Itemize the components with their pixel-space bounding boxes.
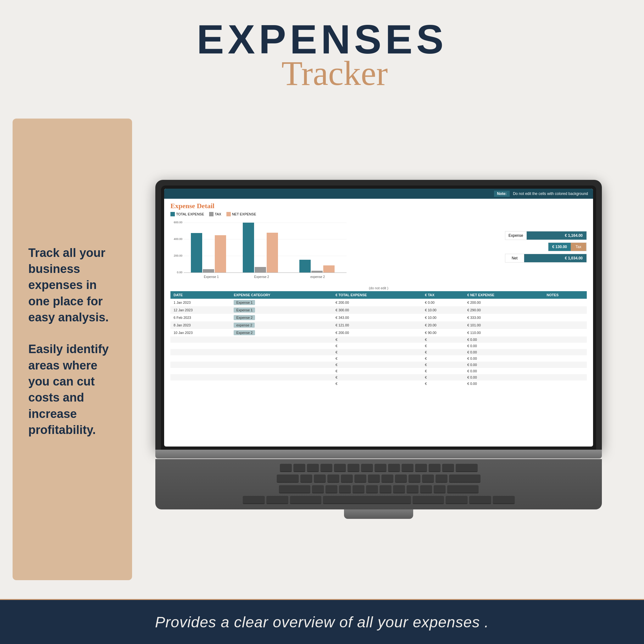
- key: [436, 475, 447, 483]
- table-row: € € € 0.00: [170, 343, 587, 349]
- svg-text:600.00: 600.00: [174, 221, 182, 224]
- cell-total: €: [332, 355, 422, 362]
- category-badge: expense 2: [234, 323, 255, 328]
- table-row: 1 Jan 2023 Expense 1 € 200.00 € 0.00 € 2…: [170, 299, 587, 306]
- key: [429, 464, 441, 472]
- svg-rect-11: [243, 223, 254, 273]
- chart-svg: 600.00 400.00 200.00 0.00: [170, 219, 499, 282]
- key: [314, 475, 326, 483]
- summary-net-label: Net: [505, 254, 524, 262]
- key: [388, 464, 400, 472]
- laptop-stand: [344, 509, 413, 519]
- summary-tax-value: € 130.00: [548, 243, 571, 251]
- cell-category: expense 2: [230, 321, 332, 329]
- cell-category: [230, 336, 332, 343]
- cell-notes: [543, 349, 587, 355]
- keyboard-row-3: [160, 485, 597, 493]
- cell-net: € 110.00: [464, 329, 543, 336]
- category-badge: Expense 1: [234, 308, 255, 313]
- cell-net: € 200.00: [464, 299, 543, 306]
- legend-tax: TAX: [209, 212, 221, 216]
- svg-text:200.00: 200.00: [174, 254, 182, 257]
- key: [446, 496, 468, 504]
- laptop: Note: Do not edit the cells with colored…: [155, 180, 602, 519]
- table-row: € € € 0.00: [170, 336, 587, 343]
- legend-color-tax: [209, 212, 214, 216]
- table-row: € € € 0.00: [170, 368, 587, 374]
- cell-tax: € 20.00: [422, 321, 464, 329]
- key: [456, 464, 478, 472]
- cell-date: 8 Jan 2023: [170, 321, 230, 329]
- cell-notes: [543, 368, 587, 374]
- cell-tax: €: [422, 368, 464, 374]
- cell-net: € 0.00: [464, 368, 543, 374]
- key: [347, 464, 359, 472]
- key: [449, 475, 480, 483]
- key: [307, 464, 319, 472]
- top-section: EXPENSES Tracker: [0, 0, 644, 100]
- key: [402, 464, 414, 472]
- cell-total: € 343.00: [332, 314, 422, 321]
- table-row: 8 Jan 2023 expense 2 € 121.00 € 20.00 € …: [170, 321, 587, 329]
- key: [393, 485, 405, 493]
- cell-net: € 333.00: [464, 314, 543, 321]
- key: [341, 475, 353, 483]
- chart-area: TOTAL EXPENSE TAX: [164, 212, 593, 285]
- cell-tax: € 10.00: [422, 306, 464, 314]
- cell-category: [230, 362, 332, 368]
- laptop-bezel: Note: Do not edit the cells with colored…: [161, 186, 596, 450]
- table-row: € € € 0.00: [170, 362, 587, 368]
- cell-notes: [543, 355, 587, 362]
- svg-rect-13: [267, 233, 278, 273]
- svg-text:Expense 2: Expense 2: [254, 275, 269, 279]
- cell-notes: [543, 299, 587, 306]
- legend-net: NET EXPENSE: [226, 212, 256, 216]
- cell-date: [170, 355, 230, 362]
- category-badge: Expense 2: [234, 330, 255, 335]
- key: [366, 485, 378, 493]
- key: [493, 496, 515, 504]
- legend-label-net: NET EXPENSE: [232, 212, 256, 216]
- track-text: Track all your business expenses in one …: [28, 245, 116, 325]
- cell-category: Expense 2: [230, 314, 332, 321]
- key: [334, 464, 346, 472]
- legend-label-total: TOTAL EXPENSE: [176, 212, 204, 216]
- spacebar-key: [323, 496, 411, 504]
- key: [361, 464, 373, 472]
- category-badge: Expense 2: [234, 315, 255, 320]
- table-row: 12 Jan 2023 Expense 1 € 300.00 € 10.00 €…: [170, 306, 587, 314]
- legend-color-total: [170, 212, 175, 216]
- cell-total: € 200.00: [332, 299, 422, 306]
- summary-tax-row: € 130.00 Tax: [548, 242, 587, 251]
- key: [469, 496, 491, 504]
- legend-total: TOTAL EXPENSE: [170, 212, 204, 216]
- cell-notes: [543, 380, 587, 387]
- cell-net: € 0.00: [464, 374, 543, 380]
- summary-expense-label: Expense: [505, 231, 527, 240]
- cell-category: Expense 2: [230, 329, 332, 336]
- key: [434, 485, 446, 493]
- summary-expense-value: € 1,164.00: [527, 231, 586, 240]
- cell-notes: [543, 362, 587, 368]
- keyboard-row-2: [160, 475, 597, 483]
- summary-net-row: Net € 1,034.00: [505, 254, 587, 263]
- do-not-edit: (do not edit ): [164, 285, 593, 291]
- cell-net: € 0.00: [464, 380, 543, 387]
- key: [300, 475, 312, 483]
- col-category: EXPENSE CATEGORY: [230, 291, 332, 299]
- key: [290, 496, 321, 504]
- cell-category: [230, 368, 332, 374]
- cell-total: €: [332, 380, 422, 387]
- cell-notes: [543, 306, 587, 314]
- cell-tax: € 0.00: [422, 299, 464, 306]
- cell-net: € 0.00: [464, 355, 543, 362]
- key: [442, 464, 454, 472]
- cell-category: [230, 380, 332, 387]
- cell-tax: €: [422, 362, 464, 368]
- svg-text:expense 2: expense 2: [310, 275, 325, 279]
- cell-tax: €: [422, 355, 464, 362]
- cell-date: [170, 368, 230, 374]
- laptop-base: [155, 450, 602, 458]
- text-block-1: Track all your business expenses in one …: [28, 245, 116, 325]
- key: [407, 485, 419, 493]
